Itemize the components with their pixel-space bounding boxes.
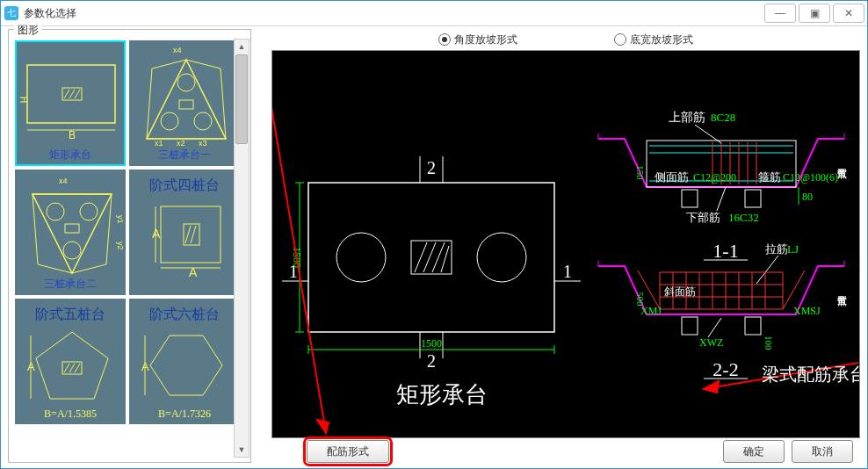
svg-text:y1: y1: [116, 215, 125, 224]
svg-text:x3: x3: [199, 139, 207, 148]
close-button[interactable]: ✕: [833, 4, 864, 23]
thumb-step-4[interactable]: 阶式四桩台 A A: [129, 170, 240, 295]
svg-text:x4: x4: [173, 46, 182, 54]
svg-text:上部筋: 上部筋: [669, 111, 705, 124]
thumb-label: 三桩承台二: [17, 277, 124, 292]
svg-rect-87: [682, 190, 698, 207]
svg-text:x2: x2: [177, 139, 185, 148]
svg-text:1-1: 1-1: [712, 240, 738, 262]
svg-marker-9: [147, 60, 226, 139]
svg-marker-35: [36, 332, 108, 399]
radio-label: 角度放坡形式: [454, 32, 517, 47]
svg-rect-23: [65, 224, 79, 233]
thumb-label: 矩形承台: [17, 148, 124, 162]
svg-text:y2: y2: [116, 242, 125, 250]
radio-label: 底宽放坡形式: [630, 32, 693, 47]
svg-text:x1: x1: [155, 139, 163, 148]
svg-line-30: [191, 226, 196, 243]
svg-text:1: 1: [563, 262, 572, 281]
left-drawing-title: 矩形承台: [396, 382, 488, 408]
svg-text:C12@100(6): C12@100(6): [783, 171, 838, 184]
thumb-tripile-1[interactable]: x4 x1x2x3 三桩承台一: [129, 40, 240, 166]
rebar-form-button[interactable]: 配筋形式: [307, 440, 389, 463]
svg-text:斜面筋: 斜面筋: [664, 285, 696, 298]
ok-button[interactable]: 确定: [723, 440, 785, 463]
titlebar: 七 参数化选择 — ▣ ✕: [1, 1, 867, 26]
svg-line-39: [75, 364, 80, 372]
thumb-sub: B=A/1.5385: [17, 408, 124, 421]
thumb-rect-cap[interactable]: B H 矩形承台: [15, 40, 126, 166]
svg-line-129: [708, 318, 721, 337]
svg-text:LJ: LJ: [787, 242, 799, 256]
svg-rect-124: [745, 317, 761, 335]
svg-text:侧面筋: 侧面筋: [655, 170, 689, 184]
svg-line-4: [75, 90, 80, 98]
thumb-label: 三桩承台一: [131, 148, 238, 162]
svg-point-11: [194, 112, 212, 130]
svg-text:1500: 1500: [421, 337, 442, 350]
thumb-step-5[interactable]: 阶式五桩台 A B=A/1.5385: [15, 299, 126, 424]
radio-width-slope[interactable]: 底宽放坡形式: [614, 32, 693, 47]
svg-point-20: [47, 203, 64, 220]
groupbox-title: 图形: [14, 23, 42, 38]
scroll-down-icon[interactable]: ▼: [235, 443, 249, 457]
svg-point-21: [80, 203, 98, 220]
thumb-tripile-2[interactable]: x4 y1 y2 三桩承台二: [15, 170, 126, 295]
minimize-button[interactable]: —: [764, 4, 796, 23]
svg-line-107: [756, 256, 778, 284]
svg-rect-13: [179, 100, 193, 109]
svg-marker-18: [33, 194, 112, 273]
thumb-title: 阶式五桩台: [17, 306, 124, 324]
svg-line-98: [717, 187, 726, 211]
scroll-up-icon[interactable]: ▲: [235, 40, 249, 54]
svg-rect-123: [682, 317, 698, 335]
svg-text:A: A: [152, 227, 161, 241]
svg-text:XMSJ: XMSJ: [793, 305, 821, 317]
svg-text:XMJ: XMJ: [640, 305, 662, 317]
svg-text:100: 100: [763, 336, 774, 350]
radio-icon: [438, 33, 451, 46]
svg-text:拉筋: 拉筋: [765, 242, 788, 256]
svg-point-46: [336, 233, 386, 282]
svg-marker-42: [150, 336, 222, 395]
cancel-button[interactable]: 取消: [792, 440, 853, 463]
preview-canvas: 2 2 1 1 1500 1500 矩形承台: [271, 50, 860, 438]
radio-angle-slope[interactable]: 角度放坡形式: [438, 32, 517, 47]
svg-text:箍筋: 箍筋: [758, 170, 781, 184]
svg-line-29: [185, 226, 191, 243]
svg-line-52: [441, 246, 449, 272]
thumb-step-6[interactable]: 阶式六桩台 A B=A/1.7326: [129, 299, 240, 424]
svg-text:150: 150: [635, 165, 646, 180]
svg-rect-0: [27, 65, 115, 123]
svg-marker-74: [704, 381, 719, 393]
window-title: 参数化选择: [24, 6, 76, 21]
scroll-thumb[interactable]: [235, 54, 248, 144]
svg-line-2: [64, 90, 69, 98]
svg-marker-72: [317, 420, 329, 433]
svg-text:H: H: [18, 97, 28, 103]
svg-text:x4: x4: [59, 177, 68, 185]
svg-text:2-2: 2-2: [712, 358, 738, 380]
maximize-button[interactable]: ▣: [799, 4, 830, 23]
svg-rect-27: [161, 206, 221, 263]
right-drawing-title: 梁式配筋承台: [762, 364, 859, 384]
svg-point-12: [177, 74, 195, 91]
svg-text:500: 500: [635, 292, 646, 307]
app-icon: 七: [4, 6, 18, 20]
svg-text:2: 2: [427, 351, 436, 371]
svg-marker-8: [147, 60, 226, 139]
svg-point-47: [477, 233, 526, 282]
svg-text:下部筋: 下部筋: [686, 211, 720, 224]
thumbnail-scrollbar[interactable]: ▲ ▼: [234, 39, 250, 458]
svg-text:C12@200: C12@200: [693, 171, 736, 184]
svg-point-22: [63, 242, 81, 259]
svg-text:A: A: [189, 265, 198, 279]
svg-point-10: [161, 112, 178, 130]
svg-marker-19: [33, 194, 112, 273]
svg-text:80: 80: [802, 191, 813, 203]
svg-line-3: [69, 90, 75, 98]
svg-text:2: 2: [427, 158, 436, 177]
svg-text:B: B: [69, 129, 76, 141]
svg-rect-45: [308, 183, 554, 332]
thumb-sub: B=A/1.7326: [131, 408, 238, 421]
